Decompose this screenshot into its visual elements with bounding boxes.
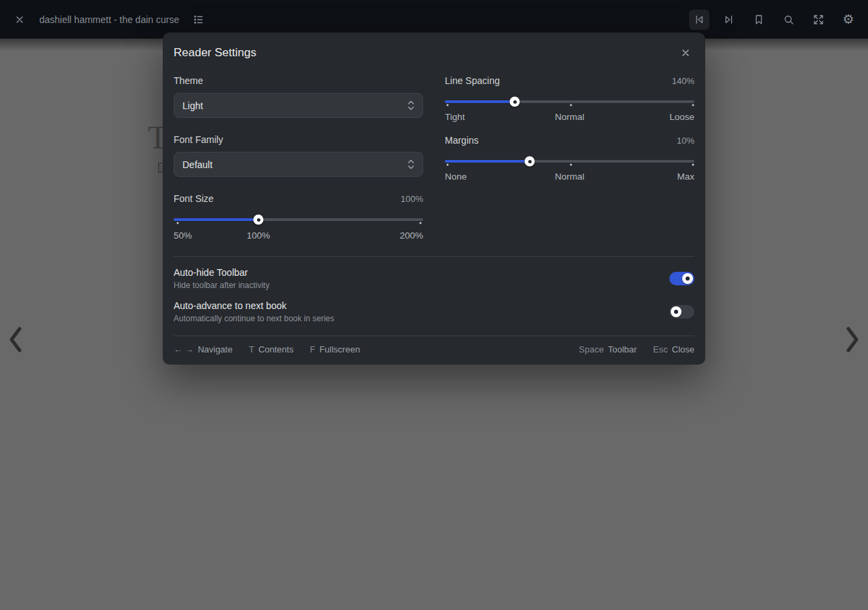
line-spacing-slider-thumb[interactable]	[510, 97, 520, 107]
slider-tick	[570, 104, 572, 106]
margins-slider-thumb[interactable]	[525, 157, 535, 167]
auto-advance-text: Auto-advance to next book Automatically …	[174, 300, 334, 323]
scale-min-label: 50%	[174, 230, 192, 241]
skip-next-button[interactable]	[719, 9, 739, 30]
auto-advance-toggle[interactable]	[669, 305, 694, 319]
contents-button[interactable]	[189, 9, 209, 30]
gear-icon: ⚙	[842, 13, 854, 26]
select-chevrons-icon	[408, 100, 414, 110]
font-size-scale-labels: 50% 100% 200%	[174, 230, 423, 243]
close-book-button[interactable]	[9, 9, 30, 30]
font-size-value: 100%	[401, 194, 423, 204]
auto-advance-subtitle: Automatically continue to next book in s…	[174, 314, 334, 323]
slider-tick	[420, 222, 422, 224]
modal-header: Reader Settings	[163, 33, 705, 62]
scale-mid-label: Normal	[555, 171, 585, 182]
shortcut-label: Close	[672, 344, 694, 354]
scale-mid-label: 100%	[247, 230, 271, 241]
shortcut-label: Navigate	[198, 344, 233, 354]
auto-hide-toolbar-row: Auto-hide Toolbar Hide toolbar after ina…	[163, 267, 705, 290]
search-button[interactable]	[778, 9, 799, 30]
slider-track	[174, 218, 423, 221]
line-spacing-scale-labels: Tight Normal Loose	[445, 112, 694, 124]
slider-fill	[174, 218, 258, 221]
scale-min-label: Tight	[445, 112, 465, 122]
skip-next-icon	[723, 14, 735, 26]
close-icon	[680, 47, 691, 58]
margins-header: Margins 10%	[445, 135, 694, 146]
slider-track	[445, 160, 694, 163]
shortcut-key: F	[310, 344, 315, 354]
font-family-select[interactable]: Default	[174, 152, 423, 177]
theme-select[interactable]: Light	[174, 93, 423, 118]
modal-footer: ← → Navigate T Contents F Fullscreen Spa…	[163, 336, 705, 365]
font-family-label: Font Family	[174, 134, 423, 145]
scale-max-label: Max	[677, 171, 694, 182]
margins-scale-labels: None Normal Max	[445, 171, 694, 184]
fullscreen-icon	[812, 14, 825, 26]
margins-label: Margins	[445, 135, 479, 146]
auto-hide-toolbar-toggle[interactable]	[669, 272, 694, 285]
toggle-knob	[671, 306, 682, 317]
margins-value: 10%	[677, 136, 694, 146]
shortcut-close: Esc Close	[653, 344, 694, 354]
shortcut-contents: T Contents	[249, 344, 294, 354]
shortcuts-right: Space Toolbar Esc Close	[579, 344, 694, 354]
line-spacing-slider[interactable]	[445, 97, 694, 106]
shortcut-label: Toolbar	[608, 344, 637, 354]
line-spacing-value: 140%	[672, 76, 694, 86]
select-chevrons-icon	[408, 159, 414, 169]
shortcut-toolbar: Space Toolbar	[579, 344, 637, 354]
shortcuts-left: ← → Navigate T Contents F Fullscreen	[174, 344, 360, 354]
slider-track	[445, 100, 694, 103]
scale-max-label: Loose	[669, 112, 694, 122]
margins-slider[interactable]	[445, 157, 694, 166]
theme-select-value: Light	[182, 100, 203, 111]
skip-previous-button[interactable]	[689, 9, 709, 30]
shortcut-key: Esc	[653, 344, 668, 354]
close-icon	[14, 14, 25, 25]
settings-grid: Theme Light Font Family Default Font Siz…	[163, 62, 705, 243]
auto-advance-title: Auto-advance to next book	[174, 300, 334, 311]
font-size-header: Font Size 100%	[174, 193, 423, 204]
shortcut-label: Fullscreen	[319, 344, 360, 354]
slider-tick	[692, 104, 694, 106]
font-size-label: Font Size	[174, 193, 214, 204]
book-title: dashiell hammett - the dain curse	[39, 14, 179, 25]
font-size-slider[interactable]	[174, 215, 423, 224]
shortcut-fullscreen: F Fullscreen	[310, 344, 360, 354]
auto-hide-toolbar-subtitle: Hide toolbar after inactivity	[174, 281, 269, 290]
font-size-slider-thumb[interactable]	[254, 215, 264, 225]
font-family-select-value: Default	[182, 159, 212, 170]
scale-max-label: 200%	[399, 230, 423, 241]
line-spacing-label: Line Spacing	[445, 75, 500, 86]
shortcut-key: ← →	[174, 344, 194, 354]
auto-hide-toolbar-text: Auto-hide Toolbar Hide toolbar after ina…	[174, 267, 269, 290]
slider-fill	[445, 160, 530, 163]
toolbar-right: ⚙	[689, 9, 859, 30]
auto-advance-row: Auto-advance to next book Automatically …	[163, 300, 705, 323]
modal-close-button[interactable]	[677, 44, 694, 62]
reader-settings-modal: Reader Settings Theme Light Font Family …	[163, 33, 705, 365]
search-icon	[783, 14, 795, 26]
settings-right-column: Line Spacing 140% Tight Normal Loose Mar…	[445, 75, 694, 243]
line-spacing-header: Line Spacing 140%	[445, 75, 694, 86]
slider-fill	[445, 100, 515, 103]
slider-tick	[446, 104, 448, 106]
slider-tick	[446, 164, 448, 166]
shortcut-key: T	[249, 344, 254, 354]
modal-title: Reader Settings	[174, 46, 256, 60]
fullscreen-button[interactable]	[808, 9, 829, 30]
slider-tick	[176, 222, 178, 224]
shortcut-navigate: ← → Navigate	[174, 344, 233, 354]
shortcut-label: Contents	[258, 344, 294, 354]
contents-list-icon	[193, 14, 205, 26]
toolbar-left: dashiell hammett - the dain curse	[9, 9, 209, 30]
shortcut-key: Space	[579, 344, 604, 354]
auto-hide-toolbar-title: Auto-hide Toolbar	[174, 267, 269, 278]
scale-mid-label: Normal	[555, 112, 585, 122]
slider-tick	[570, 164, 572, 166]
bookmark-button[interactable]	[749, 9, 769, 30]
theme-label: Theme	[174, 75, 423, 86]
settings-button[interactable]: ⚙	[838, 9, 859, 30]
